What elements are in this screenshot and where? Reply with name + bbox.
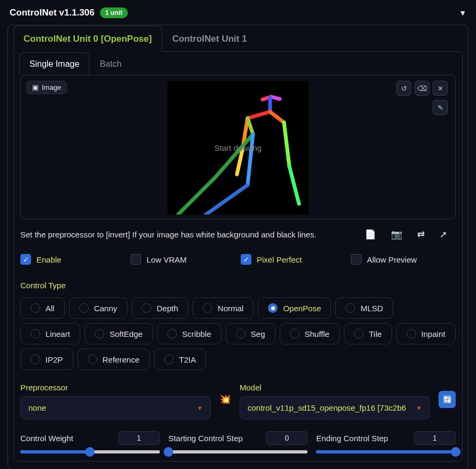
explosion-icon[interactable]: 💥 (219, 394, 231, 405)
start-step-slider[interactable] (168, 450, 308, 453)
radio-icon (30, 303, 40, 313)
radio-label: Depth (157, 304, 178, 313)
radio-label: Canny (94, 304, 117, 313)
unit-badge: 1 unit (100, 7, 128, 18)
control-type-seg[interactable]: Seg (226, 323, 275, 344)
checkbox-label: Low VRAM (147, 255, 187, 264)
undo-icon[interactable]: ↺ (396, 81, 411, 96)
slider-thumb[interactable] (164, 447, 173, 457)
checkbox-label: Allow Preview (367, 255, 417, 264)
radio-label: Normal (218, 304, 243, 313)
radio-label: Lineart (45, 329, 70, 339)
control-type-reference[interactable]: Reference (78, 349, 150, 370)
tab-unit-1[interactable]: ControlNet Unit 1 (162, 26, 257, 52)
check-icon (351, 254, 362, 265)
checkbox-label: Pixel Perfect (257, 255, 302, 264)
image-label-text: Image (42, 83, 61, 91)
radio-icon (79, 303, 89, 313)
svg-line-7 (284, 122, 289, 166)
tab-single-image[interactable]: Single Image (19, 52, 89, 75)
radio-icon (95, 329, 104, 339)
radio-icon (164, 355, 174, 364)
control-type-t2ia[interactable]: T2IA (154, 349, 206, 370)
preprocessor-dropdown[interactable]: none ▼ (20, 396, 211, 419)
svg-line-9 (248, 118, 253, 134)
camera-icon[interactable]: 📷 (391, 229, 402, 240)
radio-label: Seg (251, 329, 265, 339)
radio-label: Inpaint (421, 329, 446, 339)
document-icon[interactable]: 📄 (365, 229, 376, 240)
control-weight-slider[interactable] (20, 450, 160, 453)
end-step-input[interactable]: 1 (414, 431, 456, 445)
unit-tabs: ControlNet Unit 0 [OpenPose] ControlNet … (8, 25, 468, 51)
control-type-normal[interactable]: Normal (193, 297, 254, 319)
canvas-overlay-text: Start drawing (214, 143, 262, 152)
svg-line-1 (271, 97, 280, 99)
image-input-box[interactable]: ▣ Image (20, 75, 456, 219)
radio-icon (167, 329, 177, 339)
model-label: Model (240, 383, 430, 392)
svg-line-11 (178, 177, 216, 214)
model-dropdown[interactable]: control_v11p_sd15_openpose_fp16 [73c2b6 … (240, 396, 430, 419)
sub-tabs: Single Image Batch (14, 52, 462, 75)
radio-icon (346, 303, 355, 313)
end-step-slider[interactable] (316, 450, 456, 453)
page-title: ControlNet v1.1.306 (10, 7, 95, 18)
control-type-depth[interactable]: Depth (132, 297, 188, 319)
control-type-shuffle[interactable]: Shuffle (280, 323, 340, 344)
radio-icon (88, 355, 97, 364)
control-type-canny[interactable]: Canny (69, 297, 127, 319)
checkbox-label: Enable (36, 255, 62, 264)
image-label: ▣ Image (26, 81, 67, 94)
refresh-button[interactable]: 🔄 (439, 391, 456, 408)
radio-icon (30, 329, 40, 339)
send-icon[interactable]: ➚ (440, 229, 447, 240)
slider-thumb[interactable] (451, 447, 460, 457)
radio-label: All (45, 304, 55, 313)
radio-icon (354, 329, 364, 339)
control-type-ip2p[interactable]: IP2P (20, 349, 73, 370)
collapse-icon[interactable]: ▼ (459, 9, 466, 17)
checkbox-allow-preview[interactable]: Allow Preview (351, 254, 456, 265)
slider-label: Starting Control Step (168, 434, 243, 443)
chevron-down-icon: ▼ (416, 405, 422, 411)
radio-label: T2IA (179, 355, 196, 364)
tab-unit-0[interactable]: ControlNet Unit 0 [OpenPose] (13, 26, 162, 52)
check-icon: ✓ (20, 254, 31, 265)
control-type-inpaint[interactable]: Inpaint (396, 323, 456, 344)
radio-label: Shuffle (305, 329, 329, 339)
control-type-mlsd[interactable]: MLSD (335, 297, 393, 319)
pen-icon[interactable]: ✎ (433, 100, 448, 115)
control-type-openpose[interactable]: OpenPose (258, 297, 331, 319)
radio-label: OpenPose (283, 304, 321, 313)
hint-text: Set the preprocessor to [invert] If your… (20, 230, 317, 239)
radio-icon (268, 303, 278, 313)
checkbox-low-vram[interactable]: Low VRAM (130, 254, 235, 265)
radio-icon (290, 329, 300, 339)
control-type-tile[interactable]: Tile (344, 323, 392, 344)
preprocessor-label: Preprocessor (20, 383, 211, 392)
tab-batch[interactable]: Batch (89, 52, 132, 75)
swap-icon[interactable]: ⇄ (417, 229, 425, 240)
control-type-lineart[interactable]: Lineart (20, 323, 80, 344)
slider-label: Control Weight (20, 434, 73, 443)
pose-canvas[interactable]: Start drawing (167, 81, 309, 214)
radio-icon (236, 329, 245, 339)
control-type-all[interactable]: All (20, 297, 65, 319)
control-weight-input[interactable]: 1 (118, 431, 160, 445)
start-step-input[interactable]: 0 (266, 431, 308, 445)
checkbox-pixel-perfect[interactable]: ✓ Pixel Perfect (241, 254, 346, 265)
control-type-softedge[interactable]: SoftEdge (85, 323, 153, 344)
close-icon[interactable]: ✕ (433, 81, 448, 96)
svg-line-3 (248, 112, 270, 118)
svg-line-13 (206, 185, 248, 214)
control-type-scribble[interactable]: Scribble (157, 323, 221, 344)
erase-icon[interactable]: ⌫ (414, 81, 429, 96)
checkbox-enable[interactable]: ✓ Enable (20, 254, 125, 265)
image-icon: ▣ (32, 83, 39, 91)
radio-icon (30, 355, 40, 364)
slider-thumb[interactable] (85, 447, 95, 457)
check-icon (130, 254, 141, 265)
slider-label: Ending Control Step (316, 434, 388, 443)
radio-label: MLSD (360, 304, 383, 313)
